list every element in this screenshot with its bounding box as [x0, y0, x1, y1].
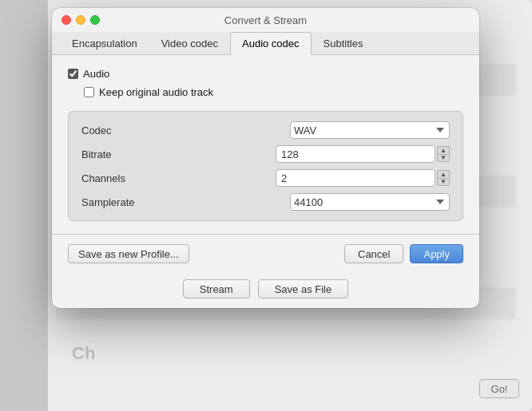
save-profile-button[interactable]: Save as new Profile... [68, 244, 189, 263]
form-panel: Codec WAV MP3 AAC FLAC Bitrate ▲ [68, 111, 463, 221]
tab-encapsulation[interactable]: Encapsulation [60, 32, 149, 55]
window-title: Convert & Stream [224, 14, 307, 26]
close-button[interactable] [62, 15, 71, 25]
channels-input-wrap: ▲ ▼ [169, 169, 450, 187]
codec-label: Codec [81, 124, 169, 136]
bg-sidebar [0, 0, 48, 411]
keep-original-label: Keep original audio track [99, 86, 213, 98]
channels-down[interactable]: ▼ [437, 178, 450, 186]
stream-button[interactable]: Stream [183, 279, 250, 298]
samplerate-row: Samplerate 44100 48000 22050 96000 [81, 193, 450, 211]
audio-checkbox-row: Audio [68, 68, 463, 80]
tab-subtitles[interactable]: Subtitles [312, 32, 375, 55]
bitrate-spinner: ▲ ▼ [437, 146, 450, 162]
bitrate-down[interactable]: ▼ [437, 154, 450, 162]
channels-spinner: ▲ ▼ [437, 170, 450, 186]
codec-input-wrap: WAV MP3 AAC FLAC [169, 121, 450, 139]
bitrate-label: Bitrate [81, 148, 169, 160]
channels-label: Channels [81, 172, 169, 184]
keep-original-checkbox[interactable] [84, 87, 94, 97]
bitrate-up[interactable]: ▲ [437, 146, 450, 154]
traffic-lights [62, 15, 100, 25]
tab-bar: Encapsulation Video codec Audio codec Su… [52, 32, 479, 55]
codec-row: Codec WAV MP3 AAC FLAC [81, 121, 450, 139]
minimize-button[interactable] [76, 15, 85, 25]
apply-button[interactable]: Apply [410, 244, 463, 263]
channels-up[interactable]: ▲ [437, 170, 450, 178]
action-bar: Stream Save as File [52, 273, 479, 308]
save-as-file-button[interactable]: Save as File [258, 279, 349, 298]
channels-row: Channels ▲ ▼ [81, 169, 450, 187]
codec-select[interactable]: WAV MP3 AAC FLAC [290, 121, 450, 139]
bg-label-2: Ch [72, 343, 95, 364]
channels-input[interactable] [276, 169, 435, 187]
bitrate-row: Bitrate ▲ ▼ [81, 145, 450, 163]
cancel-button[interactable]: Cancel [344, 244, 403, 263]
audio-checkbox[interactable] [68, 69, 78, 79]
go-button-bg: Go! [479, 379, 519, 398]
modal-dialog: Convert & Stream Encapsulation Video cod… [52, 8, 479, 308]
bottom-bar: Save as new Profile... Cancel Apply [52, 234, 479, 273]
keep-original-row: Keep original audio track [84, 86, 463, 98]
tab-content: Audio Keep original audio track Codec WA… [52, 55, 479, 234]
audio-label: Audio [83, 68, 109, 80]
tab-video-codec[interactable]: Video codec [149, 32, 230, 55]
samplerate-input-wrap: 44100 48000 22050 96000 [169, 193, 450, 211]
right-buttons: Cancel Apply [344, 244, 463, 263]
samplerate-select[interactable]: 44100 48000 22050 96000 [290, 193, 450, 211]
zoom-button[interactable] [90, 15, 100, 25]
tab-audio-codec[interactable]: Audio codec [230, 32, 312, 55]
samplerate-label: Samplerate [81, 196, 169, 208]
title-bar: Convert & Stream [52, 8, 479, 32]
bitrate-input-wrap: ▲ ▼ [169, 145, 450, 163]
bitrate-input[interactable] [276, 145, 435, 163]
